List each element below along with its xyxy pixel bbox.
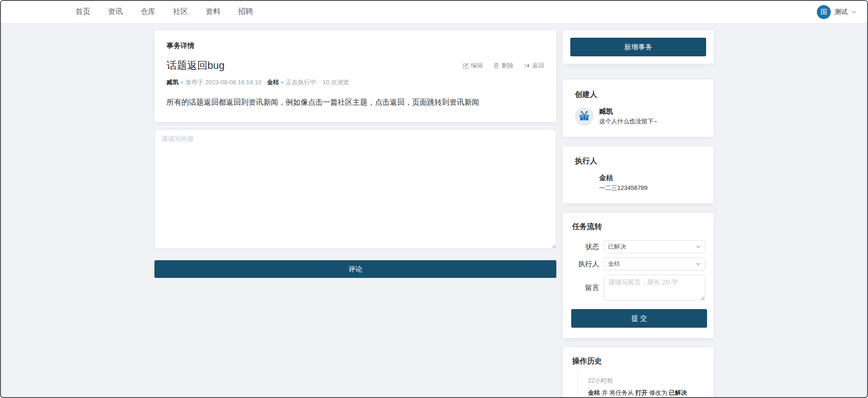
delete-label: 删除 — [501, 61, 514, 70]
new-task-card: 新增事务 — [563, 30, 714, 64]
user-menu[interactable]: 国 测试 — [817, 5, 857, 19]
message-input[interactable] — [604, 275, 705, 301]
page-content: 事务详情 话题返回bug 编辑 — [1, 23, 867, 398]
executor-bio: 一二三123456789 — [599, 184, 648, 192]
creator-name[interactable]: 臧凯 — [599, 107, 657, 116]
chevron-down-icon — [851, 9, 857, 15]
task-title: 话题返回bug — [167, 59, 225, 73]
edit-icon — [462, 62, 469, 69]
creator-card: 创建人 — [563, 80, 714, 137]
rewind-back-icon — [524, 62, 530, 69]
new-task-button[interactable]: 新增事务 — [570, 38, 706, 56]
executor-select-value: 金桔 — [608, 260, 620, 268]
history-text: 金桔 并 将任务从 打开 修改为 已解决 — [588, 389, 704, 397]
edit-button[interactable]: 编辑 — [462, 61, 483, 70]
executor-avatar[interactable] — [575, 174, 594, 192]
browser-viewport: 首页 资讯 仓库 社区 资料 招聘 国 测试 事务详情 话题返回bug — [0, 0, 868, 398]
status-select[interactable]: 已解决 — [604, 240, 705, 253]
history-entry: 22小时前 金桔 并 将任务从 打开 修改为 已解决 — [588, 373, 704, 397]
author-name: 臧凯 — [167, 78, 179, 87]
chevron-down-icon — [695, 244, 701, 250]
back-label: 返回 — [532, 61, 544, 70]
comment-submit-button[interactable]: 评论 — [154, 260, 556, 278]
status-label: 状态 — [569, 243, 604, 251]
history-timeline: 22小时前 金桔 并 将任务从 打开 修改为 已解决 — [572, 373, 704, 397]
nav-menu: 首页 资讯 仓库 社区 资料 招聘 — [75, 7, 253, 17]
user-avatar[interactable]: 国 — [817, 5, 831, 19]
publish-time: 发布于 2023-08-08 16:14:10 — [186, 78, 261, 87]
history-from-status: 打开 — [635, 389, 648, 396]
executor-select[interactable]: 金桔 — [604, 257, 705, 270]
executor-heading: 执行人 — [575, 156, 701, 166]
submit-button[interactable]: 提 交 — [571, 309, 707, 328]
status-select-value: 已解决 — [608, 243, 626, 251]
nav-item-home[interactable]: 首页 — [75, 7, 90, 17]
trash-icon — [493, 62, 500, 69]
task-description: 所有的话题返回都返回到资讯新闻，例如像点击一篇社区主题，点击返回，页面跳转到资讯… — [167, 97, 544, 108]
status-text: 正在执行中 — [286, 78, 316, 87]
view-count: 10 次浏览 — [322, 78, 349, 87]
delete-button[interactable]: 删除 — [493, 61, 514, 70]
executor-name: 金桔 — [267, 78, 279, 87]
history-join2: 修改为 — [648, 389, 669, 396]
history-time: 22小时前 — [588, 377, 704, 385]
task-flow-card: 任务流转 状态 已解决 执行人 金桔 — [563, 213, 714, 338]
main-column: 事务详情 话题返回bug 编辑 — [154, 30, 556, 398]
nav-item-materials[interactable]: 资料 — [206, 7, 220, 17]
history-to-status: 已解决 — [669, 389, 687, 396]
back-button[interactable]: 返回 — [524, 61, 544, 70]
nav-item-community[interactable]: 社区 — [173, 7, 188, 17]
task-flow-heading: 任务流转 — [569, 222, 705, 232]
meta-dot: • — [281, 79, 284, 86]
comment-input[interactable] — [154, 129, 556, 249]
user-name: 测试 — [835, 8, 848, 16]
task-detail-card: 事务详情 话题返回bug 编辑 — [154, 30, 556, 122]
history-join1: 并 将任务从 — [600, 389, 635, 396]
executor-name[interactable]: 金桔 — [599, 174, 648, 182]
sidebar: 新增事务 创建人 — [563, 30, 714, 398]
chevron-down-icon — [695, 261, 701, 267]
message-label: 留言 — [569, 283, 604, 292]
top-navbar: 首页 资讯 仓库 社区 资料 招聘 国 测试 — [1, 1, 867, 23]
butterfly-pixel-icon — [578, 110, 590, 122]
nav-item-jobs[interactable]: 招聘 — [238, 7, 253, 17]
nav-item-repo[interactable]: 仓库 — [140, 7, 155, 17]
creator-bio: 这个人什么也没留下~ — [599, 117, 657, 126]
task-meta: 臧凯 • 发布于 2023-08-08 16:14:10 金桔 • 正在执行中 … — [167, 78, 544, 87]
edit-label: 编辑 — [471, 61, 483, 70]
executor-card: 执行人 金桔 一二三123456789 — [563, 146, 714, 203]
history-card: 操作历史 22小时前 金桔 并 将任务从 打开 修改为 已解决 — [563, 347, 714, 398]
meta-dot: • — [181, 79, 183, 86]
history-actor: 金桔 — [588, 389, 600, 396]
creator-heading: 创建人 — [575, 90, 701, 100]
task-actions: 编辑 删除 返回 — [462, 61, 544, 70]
nav-item-news[interactable]: 资讯 — [108, 7, 123, 17]
flow-executor-label: 执行人 — [569, 260, 604, 269]
history-avatar[interactable] — [572, 385, 584, 397]
history-heading: 操作历史 — [572, 357, 704, 366]
creator-avatar[interactable] — [575, 107, 594, 126]
section-title: 事务详情 — [167, 41, 544, 50]
